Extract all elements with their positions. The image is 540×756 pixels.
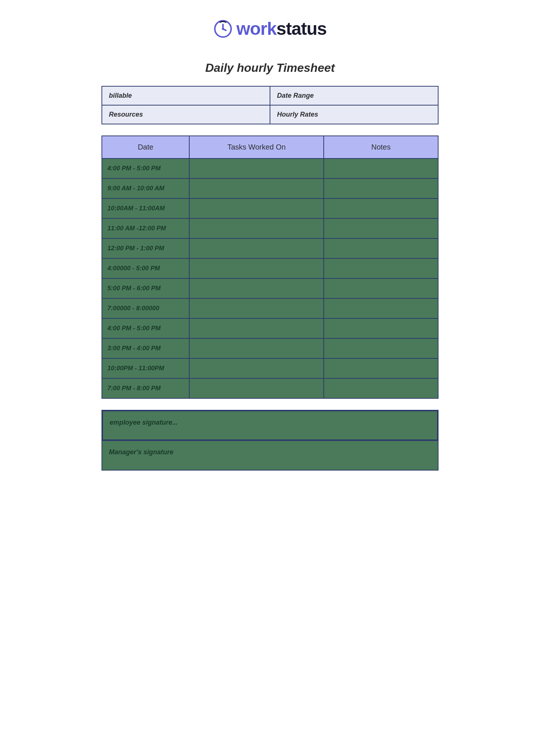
- date-cell-4: 12:00 PM - 1:00 PM: [102, 238, 189, 258]
- table-row: 4:00000 - 5:00 PM: [102, 258, 438, 278]
- tasks-cell-1: [189, 178, 324, 198]
- svg-point-1: [222, 28, 224, 30]
- notes-cell-2: [324, 198, 438, 218]
- info-label-2: Resources: [102, 105, 270, 124]
- info-row-2: Resources Hourly Rates: [102, 105, 438, 124]
- notes-cell-3: [324, 218, 438, 238]
- timesheet-table: Date Tasks Worked On Notes 4:00 PM - 5:0…: [101, 136, 439, 399]
- notes-cell-10: [324, 358, 438, 378]
- tasks-cell-5: [189, 258, 324, 278]
- header-notes: Notes: [324, 136, 438, 158]
- header-date: Date: [102, 136, 189, 158]
- info-value-2: Hourly Rates: [270, 105, 438, 124]
- header-tasks: Tasks Worked On: [189, 136, 324, 158]
- logo-icon: [213, 19, 233, 39]
- table-header-row: Date Tasks Worked On Notes: [102, 136, 438, 158]
- date-cell-10: 10:00PM - 11:00PM: [102, 358, 189, 378]
- table-row: 3:00 PM - 4:00 PM: [102, 338, 438, 358]
- date-cell-5: 4:00000 - 5:00 PM: [102, 258, 189, 278]
- tasks-cell-10: [189, 358, 324, 378]
- date-cell-6: 5:00 PM - 6:00 PM: [102, 278, 189, 298]
- table-row: 10:00PM - 11:00PM: [102, 358, 438, 378]
- tasks-cell-2: [189, 198, 324, 218]
- table-row: 4:00 PM - 5:00 PM: [102, 158, 438, 178]
- logo-work: work: [236, 19, 276, 39]
- notes-cell-9: [324, 338, 438, 358]
- notes-cell-7: [324, 298, 438, 318]
- tasks-cell-0: [189, 158, 324, 178]
- date-cell-0: 4:00 PM - 5:00 PM: [102, 158, 189, 178]
- notes-cell-5: [324, 258, 438, 278]
- tasks-cell-7: [189, 298, 324, 318]
- notes-cell-1: [324, 178, 438, 198]
- employee-signature-label: employee signature...: [110, 419, 178, 426]
- info-label-1: billable: [102, 86, 270, 105]
- tasks-cell-9: [189, 338, 324, 358]
- table-row: 7:00000 - 8:00000: [102, 298, 438, 318]
- date-cell-9: 3:00 PM - 4:00 PM: [102, 338, 189, 358]
- date-cell-2: 10:00AM - 11:00AM: [102, 198, 189, 218]
- tasks-cell-4: [189, 238, 324, 258]
- info-row-1: billable Date Range: [102, 86, 438, 105]
- notes-cell-6: [324, 278, 438, 298]
- date-cell-3: 11:00 AM -12:00 PM: [102, 218, 189, 238]
- date-cell-1: 9:00 AM - 10:00 AM: [102, 178, 189, 198]
- logo-status: status: [276, 19, 326, 39]
- tasks-cell-11: [189, 378, 324, 398]
- info-table: billable Date Range Resources Hourly Rat…: [101, 86, 439, 124]
- table-row: 9:00 AM - 10:00 AM: [102, 178, 438, 198]
- manager-signature-row: Manager's signature: [102, 440, 438, 470]
- notes-cell-11: [324, 378, 438, 398]
- date-cell-8: 4:00 PM - 5:00 PM: [102, 318, 189, 338]
- logo-text: workstatus: [236, 19, 326, 39]
- info-value-1: Date Range: [270, 86, 438, 105]
- table-row: 11:00 AM -12:00 PM: [102, 218, 438, 238]
- tasks-cell-6: [189, 278, 324, 298]
- tasks-cell-8: [189, 318, 324, 338]
- report-title: Daily hourly Timesheet: [101, 61, 439, 75]
- table-row: 7:00 PM - 8:00 PM: [102, 378, 438, 398]
- table-row: 4:00 PM - 5:00 PM: [102, 318, 438, 338]
- notes-cell-8: [324, 318, 438, 338]
- logo-container: workstatus: [101, 11, 439, 39]
- notes-cell-0: [324, 158, 438, 178]
- employee-signature-row: employee signature...: [102, 411, 438, 440]
- table-row: 5:00 PM - 6:00 PM: [102, 278, 438, 298]
- summary-section: employee signature... Manager's signatur…: [101, 410, 439, 471]
- tasks-cell-3: [189, 218, 324, 238]
- table-row: 10:00AM - 11:00AM: [102, 198, 438, 218]
- date-cell-7: 7:00000 - 8:00000: [102, 298, 189, 318]
- manager-signature-label: Manager's signature: [109, 448, 173, 456]
- notes-cell-4: [324, 238, 438, 258]
- table-row: 12:00 PM - 1:00 PM: [102, 238, 438, 258]
- date-cell-11: 7:00 PM - 8:00 PM: [102, 378, 189, 398]
